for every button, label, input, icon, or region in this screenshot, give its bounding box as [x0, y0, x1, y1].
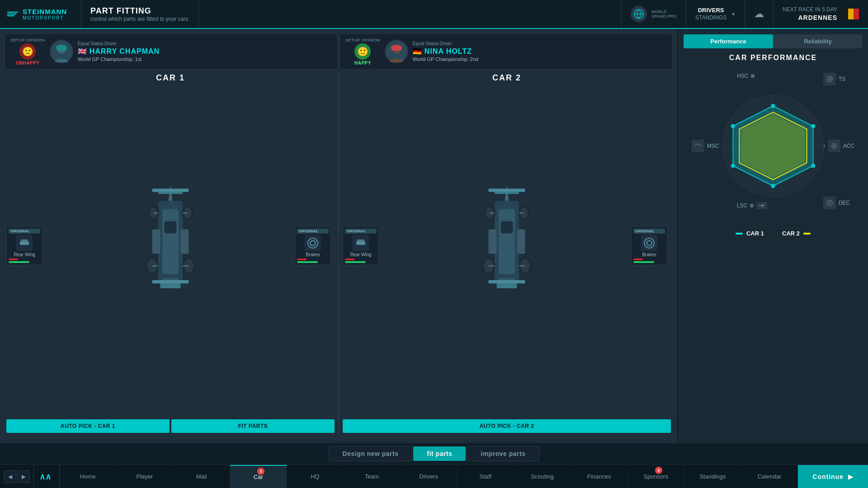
- car1-brakes-bar-red: [297, 258, 307, 260]
- car2-auto-pick-button[interactable]: Auto Pick - Car 2: [343, 419, 671, 433]
- car2-brakes-badge: ORIGINAL: [633, 229, 665, 234]
- svg-rect-58: [499, 209, 515, 274]
- continue-button[interactable]: Continue ▶: [798, 465, 868, 488]
- topbar-right: WORLD GRAND PRIX DRIVERS STANDINGS ▼ ☁ N…: [621, 0, 868, 28]
- svg-rect-56: [357, 239, 364, 242]
- svg-rect-32: [181, 230, 189, 254]
- belgium-flag: [843, 9, 859, 19]
- car1-driver-name: HARRY CHAPMAN: [90, 47, 160, 56]
- nav-car[interactable]: Car 5: [230, 465, 287, 488]
- nav-finances[interactable]: Finances: [571, 465, 628, 488]
- car1-brakes-name: Brakes: [297, 252, 329, 257]
- tab-improve-parts[interactable]: improve parts: [467, 446, 539, 461]
- car2-flag-name: 🇩🇪 NINA HOLTZ: [413, 47, 667, 56]
- nav-standings[interactable]: Standings: [684, 465, 741, 488]
- svg-rect-20: [152, 280, 189, 283]
- svg-rect-19: [158, 192, 183, 194]
- car1-avatar: [50, 40, 73, 63]
- nav-finances-label: Finances: [587, 473, 611, 480]
- nav-player[interactable]: Player: [117, 465, 174, 488]
- nav-sponsors-label: Sponsors: [643, 473, 668, 480]
- nav-hq[interactable]: HQ: [287, 465, 344, 488]
- svg-point-113: [731, 164, 735, 168]
- car2-brakes-icon: [641, 235, 657, 251]
- page-title: PART FITTING: [90, 6, 189, 16]
- svg-rect-30: [165, 221, 177, 234]
- nav-mail-label: Mail: [196, 473, 207, 480]
- car2-area: CAR 2 ORIGINAL Front Wing: [341, 73, 673, 433]
- car2-rear-wing-card[interactable]: ORIGINAL Rear Wing: [343, 226, 379, 265]
- car2-rear-wing-badge: ORIGINAL: [345, 229, 377, 234]
- car2-status-col: SETUP OPINION 🙂 HAPPY: [345, 38, 380, 66]
- nav-sponsors[interactable]: Sponsors 4: [627, 465, 684, 488]
- svg-point-111: [811, 164, 815, 168]
- nav-drivers[interactable]: Drivers: [401, 465, 458, 488]
- car2-rear-wing-bar-green: [345, 261, 366, 263]
- car2-brakes-name: Brakes: [633, 252, 665, 257]
- tab-design-new-parts[interactable]: Design new parts: [329, 446, 413, 461]
- car2-avatar: [385, 40, 408, 63]
- tab-reliability[interactable]: Reliability: [773, 34, 863, 48]
- nav-sponsors-badge: 4: [655, 467, 662, 474]
- bottom-nav: ◀ ▶ ∧∧ Home Player Mail Car 5 HQ Team Dr…: [0, 465, 868, 488]
- nav-calendar-label: Calendar: [758, 473, 782, 480]
- right-panel: Performance Reliability CAR PERFORMANCE …: [678, 29, 868, 443]
- car2-label: CAR 2: [492, 73, 521, 83]
- cars-area: CAR 1 ORIGINAL Front Wing: [5, 73, 673, 433]
- svg-rect-14: [21, 239, 28, 242]
- car2-status-face: 🙂: [354, 43, 371, 60]
- car-legend: CAR 1 CAR 2: [684, 230, 863, 237]
- svg-point-48: [311, 241, 315, 245]
- car1-auto-pick-button[interactable]: Auto Pick - Car 1: [6, 419, 170, 433]
- nav-next-button[interactable]: ▶: [17, 470, 30, 483]
- drivers-standings-button[interactable]: DRIVERS STANDINGS ▼: [686, 0, 745, 28]
- nav-prev-button[interactable]: ◀: [4, 470, 16, 483]
- nav-calendar[interactable]: Calendar: [741, 465, 798, 488]
- weather-button[interactable]: ☁: [745, 0, 773, 28]
- car1-brakes-badge: ORIGINAL: [297, 229, 329, 234]
- car2-brakes-bar-green: [633, 261, 654, 263]
- performance-tabs: Performance Reliability: [684, 34, 863, 48]
- nav-team[interactable]: Team: [344, 465, 401, 488]
- car1-rear-wing-icon: [16, 235, 33, 251]
- fit-parts-button[interactable]: Fit Parts: [171, 419, 335, 433]
- car2-status-word: HAPPY: [354, 61, 371, 66]
- svg-rect-74: [517, 230, 525, 254]
- car1-rear-wing-card[interactable]: ORIGINAL Rear Wing: [6, 226, 42, 265]
- tab-performance[interactable]: Performance: [684, 34, 773, 48]
- nav-staff[interactable]: Staff: [457, 465, 514, 488]
- dropdown-arrow-icon: ▼: [731, 12, 736, 17]
- svg-rect-3: [56, 45, 67, 51]
- topbar: STEINMANN MOTORSPORT PART FITTING contro…: [0, 0, 868, 29]
- car2-setup-opinion-label: SETUP OPINION: [345, 38, 380, 42]
- nav-standings-label: Standings: [699, 473, 726, 480]
- cars-panel: SETUP OPINION 🙁 UNHAPPY Equal Status Dri…: [0, 29, 678, 443]
- car1-brakes-card[interactable]: ORIGINAL Brakes: [295, 226, 331, 265]
- nav-home[interactable]: Home: [60, 465, 117, 488]
- car1-driver-type: Equal Status Driver: [78, 41, 332, 46]
- nav-home-label: Home: [80, 473, 96, 480]
- world-gp-icon: [631, 6, 647, 22]
- next-race-button[interactable]: NEXT RACE IN 5 DAY ARDENNES: [773, 0, 868, 28]
- nav-hq-label: HQ: [311, 473, 320, 480]
- svg-rect-61: [495, 192, 519, 194]
- tab-fit-parts[interactable]: fit parts: [413, 446, 466, 461]
- car1-rear-wing-bar-green: [9, 261, 29, 263]
- car2-diagram: [466, 85, 547, 406]
- svg-rect-62: [489, 280, 525, 283]
- nav-staff-label: Staff: [480, 473, 492, 480]
- car2-brakes-card[interactable]: ORIGINAL Brakes: [631, 226, 667, 265]
- car2-brakes-bar-red: [633, 258, 643, 260]
- car1-status-face: 🙁: [19, 43, 36, 60]
- car2-driver-info: Equal Status Driver 🇩🇪 NINA HOLTZ World …: [413, 41, 667, 62]
- hsc-label: HSC: [737, 73, 755, 79]
- logo-name: STEINMANN: [23, 8, 67, 15]
- car1-rear-wing-badge: ORIGINAL: [9, 229, 40, 234]
- car-divider: [338, 73, 339, 433]
- car1-flag-name: 🇬🇧 HARRY CHAPMAN: [78, 47, 332, 56]
- nav-scouting[interactable]: Scouting: [514, 465, 571, 488]
- nav-mail[interactable]: Mail: [173, 465, 230, 488]
- svg-point-109: [771, 104, 775, 108]
- world-gp-button[interactable]: WORLD GRAND PRIX: [621, 0, 686, 28]
- car1-flag-icon: 🇬🇧: [78, 47, 87, 56]
